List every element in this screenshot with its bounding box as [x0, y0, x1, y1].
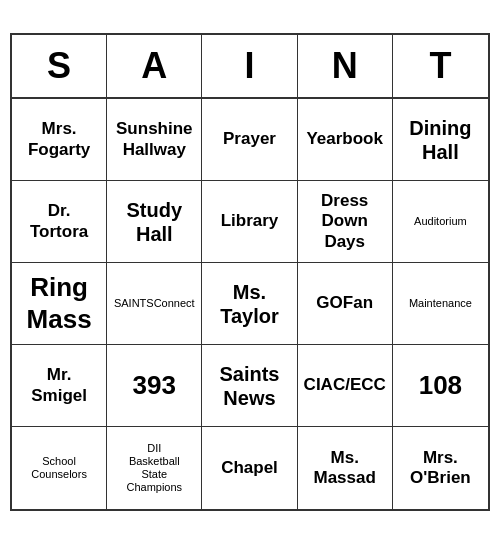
cell-text: Auditorium	[414, 215, 467, 228]
cell-text: Prayer	[223, 129, 276, 149]
grid-cell: Saints News	[202, 345, 297, 427]
cell-text: Yearbook	[306, 129, 383, 149]
grid-cell: Dining Hall	[393, 99, 488, 181]
cell-text: Library	[221, 211, 279, 231]
cell-text: 393	[133, 370, 176, 401]
cell-text: Mrs. Fogarty	[28, 119, 90, 160]
cell-text: Mr. Smigel	[31, 365, 87, 406]
grid-cell: Mrs. Fogarty	[12, 99, 107, 181]
cell-text: Maintenance	[409, 297, 472, 310]
cell-text: School Counselors	[31, 455, 87, 481]
cell-text: Ms. Taylor	[220, 280, 279, 328]
grid-cell: Ring Mass	[12, 263, 107, 345]
grid-cell: Maintenance	[393, 263, 488, 345]
cell-text: Sunshine Hallway	[116, 119, 193, 160]
header-letter: T	[393, 35, 488, 97]
grid-cell: Study Hall	[107, 181, 202, 263]
grid-cell: Auditorium	[393, 181, 488, 263]
cell-text: DII Basketball State Champions	[126, 442, 182, 495]
bingo-grid: Mrs. FogartySunshine HallwayPrayerYearbo…	[12, 99, 488, 509]
grid-cell: 108	[393, 345, 488, 427]
cell-text: Mrs. O'Brien	[410, 448, 471, 489]
grid-cell: Ms. Taylor	[202, 263, 297, 345]
cell-text: 108	[419, 370, 462, 401]
cell-text: Study Hall	[127, 198, 183, 246]
cell-text: GOFan	[316, 293, 373, 313]
grid-cell: Prayer	[202, 99, 297, 181]
grid-cell: Mr. Smigel	[12, 345, 107, 427]
grid-cell: Sunshine Hallway	[107, 99, 202, 181]
bingo-header: SAINT	[12, 35, 488, 99]
cell-text: Chapel	[221, 458, 278, 478]
bingo-card: SAINT Mrs. FogartySunshine HallwayPrayer…	[10, 33, 490, 511]
cell-text: Saints News	[219, 362, 279, 410]
grid-cell: 393	[107, 345, 202, 427]
grid-cell: Dress Down Days	[298, 181, 393, 263]
cell-text: Dr. Tortora	[30, 201, 88, 242]
grid-cell: Chapel	[202, 427, 297, 509]
cell-text: CIAC/ECC	[304, 375, 386, 395]
cell-text: Dress Down Days	[321, 191, 368, 252]
cell-text: Ms. Massad	[314, 448, 376, 489]
grid-cell: Yearbook	[298, 99, 393, 181]
grid-cell: Ms. Massad	[298, 427, 393, 509]
cell-text: SAINTSConnect	[114, 297, 195, 310]
grid-cell: Dr. Tortora	[12, 181, 107, 263]
cell-text: Ring Mass	[27, 272, 92, 334]
header-letter: I	[202, 35, 297, 97]
grid-cell: Mrs. O'Brien	[393, 427, 488, 509]
header-letter: A	[107, 35, 202, 97]
header-letter: S	[12, 35, 107, 97]
header-letter: N	[298, 35, 393, 97]
cell-text: Dining Hall	[409, 116, 471, 164]
grid-cell: CIAC/ECC	[298, 345, 393, 427]
grid-cell: School Counselors	[12, 427, 107, 509]
grid-cell: DII Basketball State Champions	[107, 427, 202, 509]
grid-cell: GOFan	[298, 263, 393, 345]
grid-cell: Library	[202, 181, 297, 263]
grid-cell: SAINTSConnect	[107, 263, 202, 345]
